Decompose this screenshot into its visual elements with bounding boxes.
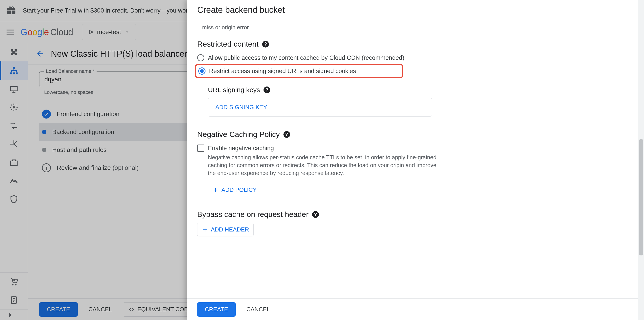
project-picker[interactable]: mce-test [82,24,136,40]
negative-caching-heading: Negative Caching Policy ? [197,130,634,139]
svg-rect-5 [13,72,15,74]
radio-allow-public[interactable]: Allow public access to my content cached… [197,52,634,63]
add-header-label: ADD HEADER [211,226,249,233]
svg-point-0 [89,30,90,31]
panel-cancel-button[interactable]: CANCEL [242,302,274,317]
rail-network-services[interactable] [0,43,28,62]
back-arrow-icon[interactable] [36,49,44,58]
rail-monitoring[interactable] [0,172,28,190]
step-review-label: Review and finalize [57,164,111,171]
panel-title: Create backend bucket [187,0,644,20]
rail-toolbox[interactable] [0,153,28,172]
rail-security[interactable] [0,190,28,208]
add-policy-button[interactable]: ADD POLICY [208,183,261,196]
signing-key-box: ADD SIGNING KEY [208,98,432,116]
plus-icon [212,187,219,193]
check-icon [42,110,51,118]
panel-scrollbar-thumb[interactable] [639,139,643,256]
svg-point-1 [89,33,90,34]
add-policy-label: ADD POLICY [222,186,257,194]
radio-icon [197,54,204,62]
equivalent-code-label: EQUIVALENT CODE [137,306,192,313]
info-icon: i [42,163,51,172]
negative-caching-desc: Negative caching allows per-status code … [208,154,436,177]
rail-release-notes[interactable] [0,291,28,309]
project-icon [88,29,94,35]
enable-negative-caching-checkbox[interactable]: Enable negative caching [197,143,634,154]
gift-icon [6,6,16,16]
help-icon[interactable]: ? [312,211,319,218]
radio-restrict-signed-label: Restrict access using signed URLs and si… [209,68,356,74]
svg-rect-3 [13,67,15,68]
svg-rect-4 [10,72,12,74]
rail-load-balancing[interactable] [0,62,28,80]
radio-restrict-signed[interactable]: Restrict access using signed URLs and si… [198,66,400,76]
create-backend-bucket-panel: Create backend bucket miss or origin err… [187,0,644,320]
dot-icon [42,148,46,152]
svg-rect-6 [16,72,18,74]
code-icon [128,306,135,312]
rail-cdn[interactable] [0,98,28,116]
chevron-right-icon [7,312,14,318]
step-review-suffix: (optional) [112,164,139,171]
chevron-down-icon [124,29,130,35]
panel-scrollbar-track[interactable] [638,0,644,320]
menu-icon[interactable] [6,27,15,37]
svg-point-8 [12,284,14,286]
rail-expand[interactable] [0,309,28,320]
serve-stale-fragment: miss or origin error. [202,24,634,31]
page-create-button[interactable]: CREATE [39,302,78,317]
google-cloud-logo[interactable]: Google Cloud [20,27,73,37]
rail-vm[interactable] [0,80,28,98]
url-signing-keys-heading: URL signing keys ? [208,86,634,94]
page-cancel-button[interactable]: CANCEL [84,302,116,317]
step-frontend-label: Frontend configuration [57,110,120,118]
help-icon[interactable]: ? [284,131,290,138]
radio-allow-public-label: Allow public access to my content cached… [208,54,404,62]
project-name: mce-test [97,28,121,36]
help-icon[interactable]: ? [262,41,269,48]
panel-create-button[interactable]: CREATE [197,302,236,317]
panel-action-bar: CREATE CANCEL [187,298,644,320]
rail-armor[interactable] [0,135,28,153]
trial-text: Start your Free Trial with $300 in credi… [23,7,205,14]
lb-name-field-wrap: Load Balancer name * [39,72,196,87]
panel-body: miss or origin error. Restricted content… [187,20,644,298]
bypass-cache-heading: Bypass cache on request header ? [197,210,634,219]
highlighted-selection: Restrict access using signed URLs and si… [195,64,403,78]
plus-icon [202,226,208,233]
rail-marketplace[interactable] [0,272,28,291]
enable-negative-caching-label: Enable negative caching [208,145,274,152]
svg-point-7 [13,106,15,108]
left-nav-rail [0,43,28,320]
svg-point-9 [15,284,16,286]
add-signing-key-button[interactable]: ADD SIGNING KEY [215,104,267,111]
dot-icon [42,130,46,134]
equivalent-code-button[interactable]: EQUIVALENT CODE [123,302,198,317]
lb-name-label: Load Balancer name * [44,68,96,74]
help-icon[interactable]: ? [264,86,270,93]
restricted-content-heading: Restricted content ? [197,40,634,48]
radio-icon [198,68,206,74]
step-backend-label: Backend configuration [52,128,114,136]
checkbox-icon [197,144,204,152]
step-hostpath-label: Host and path rules [52,146,107,154]
page-title: New Classic HTTP(S) load balancer [51,49,187,59]
add-header-button[interactable]: ADD HEADER [197,223,254,236]
rail-nat[interactable] [0,116,28,135]
